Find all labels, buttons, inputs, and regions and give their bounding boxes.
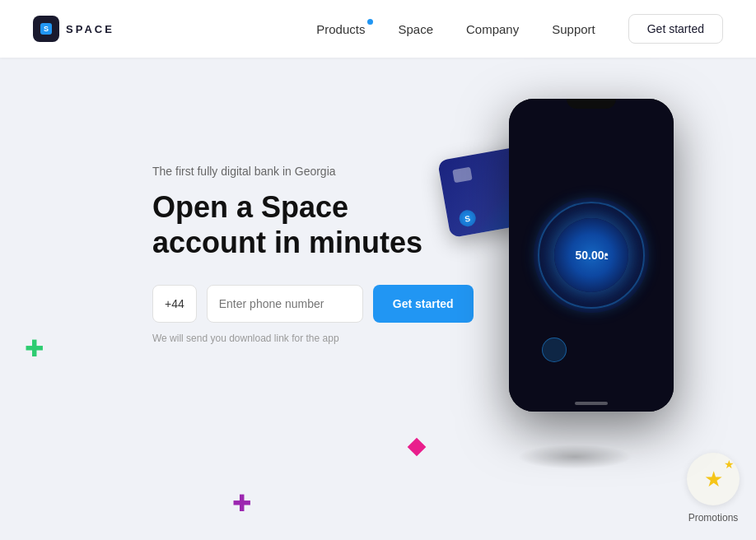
phone-screen: 50.00₾: [509, 99, 674, 412]
phone-mockup: ●●● 50.00₾: [509, 99, 674, 412]
phone-input-group: +44 Get started: [152, 285, 474, 323]
mockup-container: VISA ●●● 50.00₾: [443, 99, 707, 445]
logo-icon: [33, 16, 59, 42]
glow-ring: [538, 202, 645, 309]
card-chip: [452, 167, 472, 184]
star-small-icon: ★: [724, 458, 735, 471]
nav-get-started-button[interactable]: Get started: [628, 14, 723, 44]
glow-outer: 50.00₾: [534, 198, 649, 313]
promotions-circle: ★ ★: [687, 453, 740, 505]
nav-links: Products Space Company Support: [316, 22, 595, 36]
hero-content: The first fully digital bank in Georgia …: [152, 165, 474, 344]
nav-link-company[interactable]: Company: [466, 22, 519, 36]
main-section: The first fully digital bank in Georgia …: [0, 58, 756, 540]
logo[interactable]: SPACE: [33, 16, 114, 42]
nav-link-space[interactable]: Space: [398, 22, 433, 36]
phone-input[interactable]: [207, 285, 363, 323]
small-circle-decoration: [542, 338, 567, 362]
logo-text: SPACE: [66, 23, 114, 35]
promotions-widget[interactable]: ★ ★ Promotions: [687, 453, 740, 524]
decoration-diamond-pink: [408, 438, 427, 457]
hero-title: Open a Space account in minutes: [152, 189, 474, 260]
nav-link-support[interactable]: Support: [552, 22, 595, 36]
decoration-plus-purple: ✚: [232, 492, 251, 515]
phone-shadow: [517, 445, 632, 469]
hero-subtitle: The first fully digital bank in Georgia: [152, 165, 474, 178]
decoration-plus-green: ✚: [25, 338, 44, 361]
products-badge: [367, 19, 373, 25]
navbar: SPACE Products Space Company Support Get…: [0, 0, 756, 58]
phone-home-button: [575, 402, 608, 405]
card-logo-icon: [458, 209, 477, 228]
promotions-label: Promotions: [688, 512, 739, 524]
phone-notch: [567, 99, 616, 109]
hero-note: We will send you download link for the a…: [152, 333, 474, 344]
nav-link-products[interactable]: Products: [316, 22, 365, 36]
star-icon: ★: [704, 467, 723, 492]
phone-prefix: +44: [152, 285, 197, 323]
